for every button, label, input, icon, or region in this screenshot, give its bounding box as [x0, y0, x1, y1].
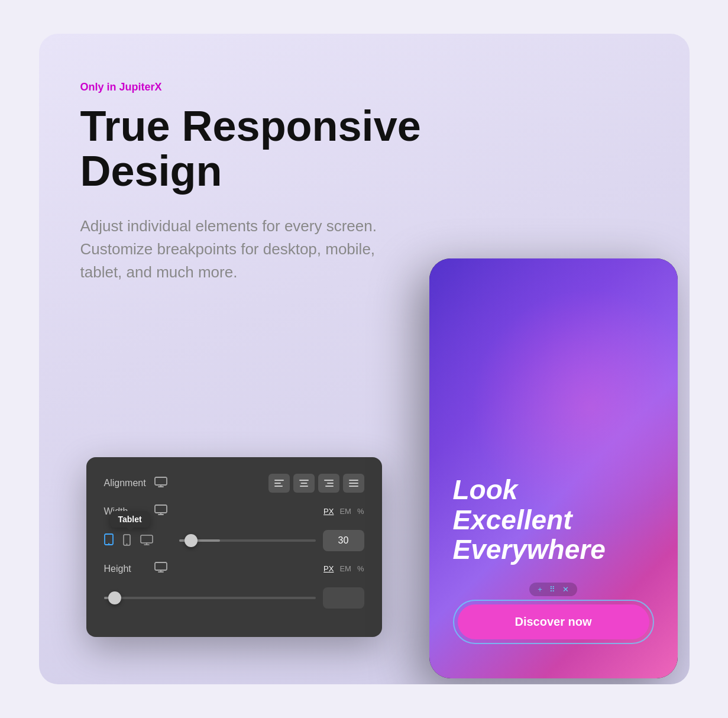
svg-rect-6: [300, 486, 308, 487]
unit-px[interactable]: PX: [323, 507, 334, 516]
headline-line3: Everywhere: [453, 534, 606, 565]
align-left-btn[interactable]: [268, 474, 290, 493]
height-slider-row: [104, 587, 364, 609]
svg-rect-2: [274, 483, 281, 484]
svg-rect-12: [349, 486, 358, 487]
svg-rect-1: [274, 480, 284, 481]
svg-rect-7: [324, 480, 334, 481]
align-justify-btn[interactable]: [343, 474, 364, 493]
height-value[interactable]: [323, 587, 364, 609]
page-title: True Responsive Design: [80, 104, 471, 193]
tablet-icon[interactable]: [104, 533, 114, 548]
alignment-buttons: [268, 474, 364, 493]
add-icon[interactable]: +: [538, 585, 542, 594]
width-slider-row: Tablet: [104, 530, 364, 551]
alignment-label: Alignment: [104, 478, 154, 489]
width-units: PX EM %: [323, 507, 364, 516]
button-controls: + ⠿ ✕: [529, 583, 577, 596]
main-card: Only in JupiterX True Responsive Design …: [39, 34, 690, 684]
height-unit-percent[interactable]: %: [357, 564, 364, 573]
svg-point-15: [108, 543, 109, 544]
phone-headline: Look Excellent Everywhere: [453, 475, 606, 565]
svg-rect-4: [299, 480, 309, 481]
tv-icon[interactable]: [140, 535, 153, 547]
svg-point-17: [126, 544, 127, 545]
svg-rect-18: [141, 535, 153, 543]
height-units: PX EM %: [323, 564, 364, 573]
height-label: Height: [104, 564, 154, 574]
svg-rect-11: [349, 483, 358, 484]
close-icon[interactable]: ✕: [562, 585, 569, 594]
svg-rect-0: [155, 477, 167, 485]
width-value[interactable]: 30: [323, 530, 364, 551]
discover-button-area: + ⠿ ✕ Discover now: [453, 583, 654, 649]
width-desktop-icon: [154, 504, 167, 518]
tablet-tooltip: Tablet: [110, 511, 150, 528]
svg-rect-5: [300, 483, 307, 484]
button-border: Discover now: [453, 600, 654, 644]
move-icon[interactable]: ⠿: [549, 585, 555, 594]
width-slider[interactable]: [179, 539, 316, 542]
height-device-icon: [154, 562, 167, 575]
headline-line1: Look: [453, 474, 518, 505]
height-unit-em[interactable]: EM: [339, 564, 351, 573]
svg-rect-9: [325, 486, 334, 487]
alignment-row: Alignment: [104, 474, 364, 493]
phone-mockup: Look Excellent Everywhere + ⠿ ✕ Discover…: [429, 258, 690, 684]
svg-rect-10: [349, 480, 358, 481]
description-text: Adjust individual elements for every scr…: [80, 215, 388, 284]
brand-tag: Only in JupiterX: [80, 81, 648, 93]
device-selector: Tablet: [104, 533, 153, 548]
unit-em[interactable]: EM: [339, 507, 351, 516]
settings-panel: Alignment: [86, 457, 382, 637]
align-center-btn[interactable]: [293, 474, 315, 493]
svg-rect-13: [155, 505, 167, 513]
unit-percent[interactable]: %: [357, 507, 364, 516]
headline-line2: Excellent: [453, 504, 572, 535]
desktop-icon: [154, 477, 167, 490]
align-right-btn[interactable]: [318, 474, 339, 493]
svg-rect-8: [327, 483, 334, 484]
height-row: Height PX EM %: [104, 562, 364, 575]
height-slider[interactable]: [104, 597, 316, 599]
mobile-icon[interactable]: [123, 534, 131, 548]
discover-now-button[interactable]: Discover now: [458, 604, 649, 639]
phone-frame: Look Excellent Everywhere + ⠿ ✕ Discover…: [429, 258, 678, 678]
svg-rect-3: [274, 486, 283, 487]
phone-screen: Look Excellent Everywhere + ⠿ ✕ Discover…: [429, 258, 678, 678]
svg-rect-19: [155, 562, 167, 570]
height-unit-px[interactable]: PX: [323, 564, 334, 573]
